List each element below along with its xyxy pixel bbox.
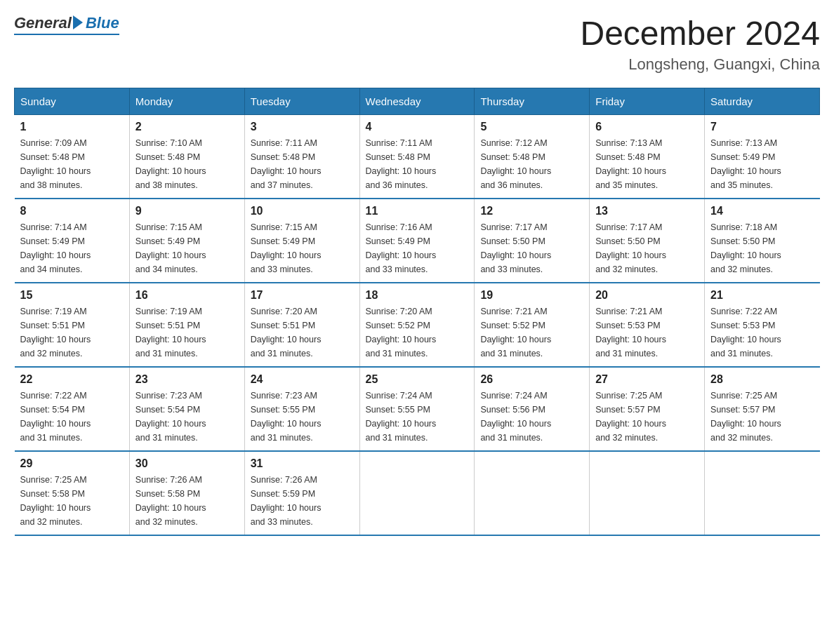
week-row-3: 15 Sunrise: 7:19 AMSunset: 5:51 PMDaylig… xyxy=(15,283,820,367)
month-title: December 2024 xyxy=(580,14,820,53)
week-row-5: 29 Sunrise: 7:25 AMSunset: 5:58 PMDaylig… xyxy=(15,451,820,535)
day-info: Sunrise: 7:26 AMSunset: 5:59 PMDaylight:… xyxy=(251,473,354,529)
day-number: 4 xyxy=(366,121,469,133)
day-info: Sunrise: 7:23 AMSunset: 5:55 PMDaylight:… xyxy=(251,389,354,445)
title-section: December 2024 Longsheng, Guangxi, China xyxy=(580,14,820,74)
calendar-cell: 1 Sunrise: 7:09 AMSunset: 5:48 PMDayligh… xyxy=(15,115,130,199)
day-number: 8 xyxy=(20,205,124,217)
calendar-cell: 2 Sunrise: 7:10 AMSunset: 5:48 PMDayligh… xyxy=(129,115,244,199)
calendar-cell: 20 Sunrise: 7:21 AMSunset: 5:53 PMDaylig… xyxy=(590,283,705,367)
day-number: 6 xyxy=(595,121,699,133)
day-info: Sunrise: 7:15 AMSunset: 5:49 PMDaylight:… xyxy=(135,220,239,276)
day-info: Sunrise: 7:17 AMSunset: 5:50 PMDaylight:… xyxy=(595,220,699,276)
day-info: Sunrise: 7:25 AMSunset: 5:58 PMDaylight:… xyxy=(20,473,124,529)
logo-blue-text: Blue xyxy=(86,14,119,32)
calendar-cell: 5 Sunrise: 7:12 AMSunset: 5:48 PMDayligh… xyxy=(475,115,590,199)
day-info: Sunrise: 7:11 AMSunset: 5:48 PMDaylight:… xyxy=(251,136,354,192)
calendar-header: Sunday Monday Tuesday Wednesday Thursday… xyxy=(15,88,820,115)
calendar-cell: 14 Sunrise: 7:18 AMSunset: 5:50 PMDaylig… xyxy=(705,199,820,283)
day-number: 28 xyxy=(710,373,814,386)
calendar-cell: 18 Sunrise: 7:20 AMSunset: 5:52 PMDaylig… xyxy=(359,283,475,367)
day-info: Sunrise: 7:14 AMSunset: 5:49 PMDaylight:… xyxy=(20,220,124,276)
day-info: Sunrise: 7:20 AMSunset: 5:51 PMDaylight:… xyxy=(251,304,354,361)
calendar-cell: 15 Sunrise: 7:19 AMSunset: 5:51 PMDaylig… xyxy=(15,283,130,367)
day-info: Sunrise: 7:19 AMSunset: 5:51 PMDaylight:… xyxy=(135,304,239,361)
calendar-body: 1 Sunrise: 7:09 AMSunset: 5:48 PMDayligh… xyxy=(15,115,820,536)
calendar-cell: 10 Sunrise: 7:15 AMSunset: 5:49 PMDaylig… xyxy=(244,199,359,283)
day-info: Sunrise: 7:12 AMSunset: 5:48 PMDaylight:… xyxy=(480,136,583,192)
day-number: 2 xyxy=(135,121,239,133)
day-number: 1 xyxy=(20,121,124,133)
day-info: Sunrise: 7:21 AMSunset: 5:53 PMDaylight:… xyxy=(595,304,699,361)
calendar-cell xyxy=(359,451,475,535)
day-info: Sunrise: 7:09 AMSunset: 5:48 PMDaylight:… xyxy=(20,136,124,192)
header-saturday: Saturday xyxy=(705,88,820,115)
calendar-cell xyxy=(590,451,705,535)
day-number: 14 xyxy=(710,205,814,217)
day-info: Sunrise: 7:19 AMSunset: 5:51 PMDaylight:… xyxy=(20,304,124,361)
day-info: Sunrise: 7:10 AMSunset: 5:48 PMDaylight:… xyxy=(135,136,239,192)
calendar-cell: 7 Sunrise: 7:13 AMSunset: 5:49 PMDayligh… xyxy=(705,115,820,199)
header-wednesday: Wednesday xyxy=(359,88,475,115)
calendar-cell: 27 Sunrise: 7:25 AMSunset: 5:57 PMDaylig… xyxy=(590,367,705,451)
day-number: 16 xyxy=(135,289,239,302)
day-number: 21 xyxy=(710,289,814,302)
day-info: Sunrise: 7:21 AMSunset: 5:52 PMDaylight:… xyxy=(480,304,583,361)
calendar-cell: 28 Sunrise: 7:25 AMSunset: 5:57 PMDaylig… xyxy=(705,367,820,451)
logo-arrow-icon xyxy=(73,15,83,29)
day-number: 20 xyxy=(595,289,699,302)
header-sunday: Sunday xyxy=(15,88,130,115)
calendar-cell: 21 Sunrise: 7:22 AMSunset: 5:53 PMDaylig… xyxy=(705,283,820,367)
day-number: 12 xyxy=(480,205,583,217)
day-info: Sunrise: 7:24 AMSunset: 5:56 PMDaylight:… xyxy=(480,389,583,445)
calendar-cell: 31 Sunrise: 7:26 AMSunset: 5:59 PMDaylig… xyxy=(244,451,359,535)
logo-general-text: General xyxy=(14,14,72,32)
calendar-cell: 24 Sunrise: 7:23 AMSunset: 5:55 PMDaylig… xyxy=(244,367,359,451)
week-row-1: 1 Sunrise: 7:09 AMSunset: 5:48 PMDayligh… xyxy=(15,115,820,199)
day-number: 22 xyxy=(20,373,124,386)
day-number: 11 xyxy=(366,205,469,217)
day-number: 17 xyxy=(251,289,354,302)
day-info: Sunrise: 7:13 AMSunset: 5:49 PMDaylight:… xyxy=(710,136,814,192)
day-number: 9 xyxy=(135,205,239,217)
calendar-cell: 26 Sunrise: 7:24 AMSunset: 5:56 PMDaylig… xyxy=(475,367,590,451)
day-info: Sunrise: 7:18 AMSunset: 5:50 PMDaylight:… xyxy=(710,220,814,276)
logo: General Blue xyxy=(14,14,119,35)
calendar-cell: 23 Sunrise: 7:23 AMSunset: 5:54 PMDaylig… xyxy=(129,367,244,451)
day-info: Sunrise: 7:13 AMSunset: 5:48 PMDaylight:… xyxy=(595,136,699,192)
calendar-cell: 25 Sunrise: 7:24 AMSunset: 5:55 PMDaylig… xyxy=(359,367,475,451)
day-info: Sunrise: 7:22 AMSunset: 5:54 PMDaylight:… xyxy=(20,389,124,445)
header-thursday: Thursday xyxy=(475,88,590,115)
calendar-cell: 16 Sunrise: 7:19 AMSunset: 5:51 PMDaylig… xyxy=(129,283,244,367)
calendar-cell: 22 Sunrise: 7:22 AMSunset: 5:54 PMDaylig… xyxy=(15,367,130,451)
day-info: Sunrise: 7:25 AMSunset: 5:57 PMDaylight:… xyxy=(595,389,699,445)
header-tuesday: Tuesday xyxy=(244,88,359,115)
calendar-cell: 3 Sunrise: 7:11 AMSunset: 5:48 PMDayligh… xyxy=(244,115,359,199)
day-info: Sunrise: 7:22 AMSunset: 5:53 PMDaylight:… xyxy=(710,304,814,361)
day-number: 7 xyxy=(710,121,814,133)
page-header: General Blue December 2024 Longsheng, Gu… xyxy=(14,14,820,74)
day-info: Sunrise: 7:17 AMSunset: 5:50 PMDaylight:… xyxy=(480,220,583,276)
day-number: 29 xyxy=(20,457,124,470)
week-row-4: 22 Sunrise: 7:22 AMSunset: 5:54 PMDaylig… xyxy=(15,367,820,451)
day-number: 31 xyxy=(251,457,354,470)
location-text: Longsheng, Guangxi, China xyxy=(580,55,820,74)
calendar-table: Sunday Monday Tuesday Wednesday Thursday… xyxy=(14,88,820,536)
day-number: 27 xyxy=(595,373,699,386)
week-row-2: 8 Sunrise: 7:14 AMSunset: 5:49 PMDayligh… xyxy=(15,199,820,283)
day-info: Sunrise: 7:11 AMSunset: 5:48 PMDaylight:… xyxy=(366,136,469,192)
day-number: 15 xyxy=(20,289,124,302)
logo-underline xyxy=(14,34,119,35)
day-info: Sunrise: 7:15 AMSunset: 5:49 PMDaylight:… xyxy=(251,220,354,276)
calendar-cell: 8 Sunrise: 7:14 AMSunset: 5:49 PMDayligh… xyxy=(15,199,130,283)
day-number: 30 xyxy=(135,457,239,470)
day-info: Sunrise: 7:20 AMSunset: 5:52 PMDaylight:… xyxy=(366,304,469,361)
day-info: Sunrise: 7:16 AMSunset: 5:49 PMDaylight:… xyxy=(366,220,469,276)
header-friday: Friday xyxy=(590,88,705,115)
day-number: 18 xyxy=(366,289,469,302)
day-number: 23 xyxy=(135,373,239,386)
day-number: 19 xyxy=(480,289,583,302)
calendar-cell: 6 Sunrise: 7:13 AMSunset: 5:48 PMDayligh… xyxy=(590,115,705,199)
day-number: 5 xyxy=(480,121,583,133)
day-info: Sunrise: 7:25 AMSunset: 5:57 PMDaylight:… xyxy=(710,389,814,445)
